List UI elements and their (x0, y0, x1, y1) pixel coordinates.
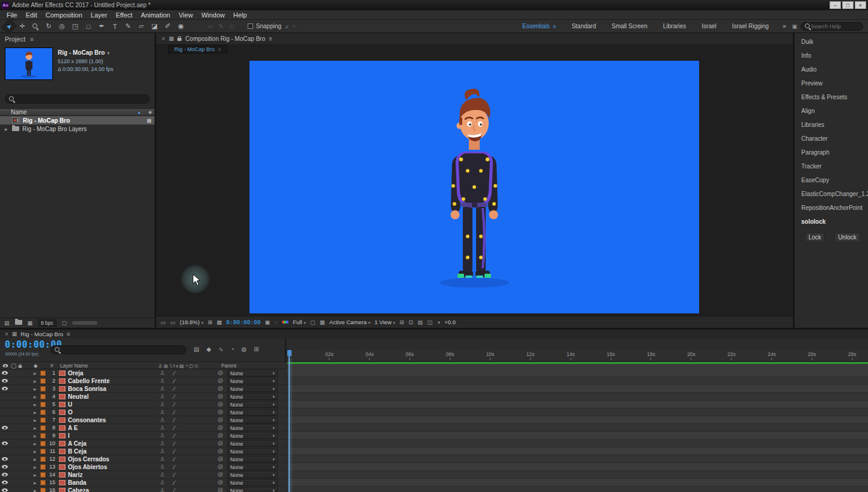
timeline-layer-row[interactable]: ▶2Cabello Frente♙∕@None▾ (0, 377, 286, 385)
timeline-layer-row[interactable]: ▶15Banda♙∕@None▾ (0, 479, 286, 487)
camera-tool[interactable]: ◎ (55, 21, 69, 32)
quality-switch[interactable]: ∕ (174, 369, 175, 377)
workspace-israel[interactable]: Israel (694, 23, 724, 29)
timeline-layer-row[interactable]: ▶9I♙∕@None▾ (0, 432, 286, 440)
panel-tab-align[interactable]: Align (795, 104, 868, 118)
channel-icon[interactable] (282, 321, 289, 324)
timeline-button-icon[interactable]: ▤ (418, 319, 423, 325)
timeline-layer-row[interactable]: ▶1Oreja♙∕@None▾ (0, 369, 286, 377)
resolution-dropdown[interactable]: Full ▾ (293, 319, 305, 325)
parent-pickwhip-icon[interactable]: @ (218, 463, 223, 470)
close-button[interactable]: × (855, 1, 866, 9)
lock-icon[interactable] (177, 35, 182, 42)
brush-tool[interactable]: ✎ (121, 21, 135, 32)
layer-name-column-header[interactable]: Layer Name (60, 362, 88, 369)
footage-interpret-icon[interactable]: ▤ (4, 320, 10, 326)
mask-shape-tool[interactable]: □ (82, 21, 95, 32)
flowchart-icon[interactable]: ◫ (427, 319, 433, 325)
fast-previews-icon[interactable]: ⊡ (409, 319, 414, 325)
layer-label-color[interactable] (40, 425, 46, 431)
timeline-layer-row[interactable]: ▶10A Ceja♙∕@None▾ (0, 440, 286, 447)
quality-switch[interactable]: ∕ (174, 455, 175, 463)
timeline-layer-row[interactable]: ▶14Nariz♙∕@None▾ (0, 471, 286, 479)
layer-name[interactable]: Banda (68, 479, 87, 486)
layer-label-color[interactable] (40, 488, 46, 492)
timeline-layer-row[interactable]: ▶7Consonantes♙∕@None▾ (0, 416, 286, 424)
layer-expand-arrow[interactable]: ▶ (34, 447, 37, 455)
parent-pickwhip-icon[interactable]: @ (218, 369, 223, 377)
layer-name[interactable]: Ojos Abiertos (68, 463, 107, 470)
eraser-tool[interactable]: ◪ (148, 21, 161, 32)
workspace-essentials[interactable]: Essentials≡ (515, 23, 564, 29)
layer-label-color[interactable] (40, 472, 46, 478)
menu-window[interactable]: Window (197, 11, 229, 19)
layer-name[interactable]: Boca Sonrisa (68, 385, 106, 392)
layer-visibility-toggle[interactable] (1, 424, 8, 431)
parent-pickwhip-icon[interactable]: @ (218, 471, 223, 478)
quality-switch[interactable]: ∕ (174, 424, 175, 431)
parent-pickwhip-icon[interactable]: @ (218, 377, 223, 384)
shy-switch[interactable]: ♙ (160, 432, 165, 439)
panel-menu-icon[interactable]: ≡ (30, 36, 34, 43)
timeline-layer-row[interactable]: ▶6O♙∕@None▾ (0, 408, 286, 416)
timeline-layer-row[interactable]: ▶12Ojos Cerrados♙∕@None▾ (0, 455, 286, 463)
horizontal-scrollbar[interactable] (72, 321, 97, 325)
unlock-button[interactable]: Unlock (834, 232, 860, 242)
puppet-pin-tool[interactable]: ◉ (174, 21, 188, 32)
close-icon[interactable]: × (162, 35, 165, 42)
pan-behind-tool[interactable]: ◳ (69, 21, 82, 32)
parent-pickwhip-icon[interactable]: @ (218, 424, 223, 431)
layer-expand-arrow[interactable]: ▶ (34, 424, 37, 431)
clone-stamp-tool[interactable]: ▱ (135, 21, 148, 32)
graph-editor-icon[interactable]: ⊞ (254, 346, 258, 352)
grid-guides-icon[interactable]: ⊞ (207, 319, 212, 325)
snapping-checkbox[interactable] (248, 23, 253, 29)
parent-dropdown[interactable]: None▾ (227, 386, 278, 392)
roto-brush-tool[interactable]: ✐ (161, 21, 174, 32)
parent-dropdown[interactable]: None▾ (227, 378, 278, 384)
show-snapshot-icon[interactable]: ◌ (275, 319, 278, 325)
parent-dropdown[interactable]: None▾ (227, 456, 278, 463)
parent-dropdown[interactable]: None▾ (227, 472, 278, 478)
workspace-libraries[interactable]: Libraries (655, 23, 694, 29)
shy-switch[interactable]: ♙ (160, 471, 165, 478)
quality-switch[interactable]: ∕ (174, 479, 175, 486)
quality-switch[interactable]: ∕ (174, 385, 175, 392)
panel-tab-elasticcompchanger-1-2[interactable]: ElasticCompChanger_1.2 (795, 187, 868, 201)
view-layout-dropdown[interactable]: 1 View ▾ (374, 319, 396, 325)
layer-expand-arrow[interactable]: ▶ (34, 463, 37, 470)
shy-switch[interactable]: ♙ (160, 487, 165, 492)
panel-tab-info[interactable]: Info (795, 49, 868, 63)
parent-pickwhip-icon[interactable]: @ (218, 432, 223, 439)
panel-menu-icon[interactable]: ≡ (67, 331, 70, 337)
parent-pickwhip-icon[interactable]: @ (218, 455, 223, 463)
shy-switch[interactable]: ♙ (160, 416, 165, 423)
layer-expand-arrow[interactable]: ▶ (34, 432, 37, 439)
layer-visibility-toggle[interactable] (1, 401, 8, 408)
main-window-icon[interactable]: ▭ (170, 319, 176, 325)
layer-label-color[interactable] (40, 433, 46, 438)
quality-switch[interactable]: ∕ (174, 401, 175, 408)
parent-pickwhip-icon[interactable]: @ (218, 447, 223, 455)
panel-tab-audio[interactable]: Audio (795, 63, 868, 76)
minimize-button[interactable]: – (830, 1, 841, 9)
hide-shy-layers-icon[interactable]: ∿ (218, 346, 223, 352)
playhead[interactable] (287, 350, 295, 492)
parent-dropdown[interactable]: None▾ (227, 479, 278, 486)
layer-visibility-toggle[interactable] (1, 408, 8, 416)
layer-visibility-toggle[interactable] (1, 455, 8, 463)
shy-switch[interactable]: ♙ (160, 401, 165, 408)
parent-dropdown[interactable]: None▾ (227, 417, 278, 423)
magnification-dropdown[interactable]: (18.8%) ▾ (180, 319, 203, 325)
project-bit-depth[interactable]: 8 bpc (38, 319, 57, 327)
close-icon[interactable]: × (5, 331, 8, 337)
layer-expand-arrow[interactable]: ▶ (34, 369, 37, 377)
parent-dropdown[interactable]: None▾ (227, 487, 278, 492)
layer-name[interactable]: B Ceja (68, 447, 87, 455)
layer-expand-arrow[interactable]: ▶ (34, 479, 37, 486)
quality-switch[interactable]: ∕ (174, 408, 175, 416)
layer-label-color[interactable] (40, 378, 46, 384)
shy-switch[interactable]: ♙ (160, 440, 165, 447)
layer-visibility-toggle[interactable] (1, 471, 8, 478)
layer-expand-arrow[interactable]: ▶ (34, 377, 37, 384)
